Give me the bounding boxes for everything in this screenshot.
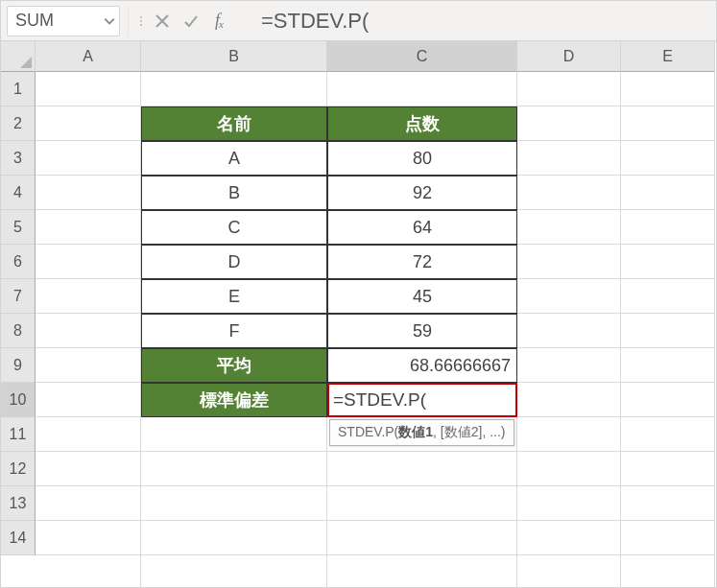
row-header-6[interactable]: 6 xyxy=(1,245,36,279)
confirm-button[interactable] xyxy=(177,6,205,36)
table-row[interactable]: D xyxy=(141,245,327,279)
row-header-1[interactable]: 1 xyxy=(1,72,36,106)
table-row[interactable]: 59 xyxy=(327,314,517,348)
avg-value[interactable]: 68.66666667 xyxy=(327,348,517,383)
select-all-corner[interactable] xyxy=(1,41,36,72)
grip-handle-icon[interactable] xyxy=(140,13,142,29)
table-row[interactable]: 80 xyxy=(327,141,517,176)
col-header-A[interactable]: A xyxy=(36,41,141,72)
table-header-score[interactable]: 点数 xyxy=(327,106,517,141)
spreadsheet: 1234567891011121314 ABCDE 名前点数A80B92C64D… xyxy=(1,41,716,587)
dropdown-icon[interactable] xyxy=(104,15,115,27)
table-row[interactable]: F xyxy=(141,314,327,348)
table-row[interactable]: E xyxy=(141,279,327,314)
row-header-13[interactable]: 13 xyxy=(1,486,36,521)
table-row[interactable]: 72 xyxy=(327,245,517,279)
table-row[interactable]: 64 xyxy=(327,210,517,245)
name-box-text: SUM xyxy=(15,11,104,31)
fx-icon[interactable]: fx xyxy=(205,6,234,36)
table-row[interactable]: 92 xyxy=(327,176,517,210)
col-header-D[interactable]: D xyxy=(517,41,621,72)
row-header-11[interactable]: 11 xyxy=(1,417,36,452)
table-row[interactable]: C xyxy=(141,210,327,245)
avg-label[interactable]: 平均 xyxy=(141,348,327,383)
cancel-button[interactable] xyxy=(148,6,177,36)
row-header-2[interactable]: 2 xyxy=(1,106,36,141)
row-header-3[interactable]: 3 xyxy=(1,141,36,176)
row-header-10[interactable]: 10 xyxy=(1,383,36,417)
cells-area[interactable]: 名前点数A80B92C64D72E45F59平均68.66666667標準偏差=… xyxy=(36,72,715,587)
table-header-name[interactable]: 名前 xyxy=(141,106,327,141)
divider xyxy=(128,6,129,36)
row-header-7[interactable]: 7 xyxy=(1,279,36,314)
gridline xyxy=(714,72,715,587)
row-header-12[interactable]: 12 xyxy=(1,452,36,486)
table-row[interactable]: A xyxy=(141,141,327,176)
col-header-E[interactable]: E xyxy=(621,41,715,72)
function-tooltip: STDEV.P(数値1, [数値2], ...) xyxy=(329,419,514,446)
gridline xyxy=(36,485,715,486)
column-headers: ABCDE xyxy=(36,41,716,72)
gridline xyxy=(36,451,715,452)
row-header-9[interactable]: 9 xyxy=(1,348,36,383)
row-header-4[interactable]: 4 xyxy=(1,176,36,210)
table-row[interactable]: 45 xyxy=(327,279,517,314)
col-header-B[interactable]: B xyxy=(141,41,327,72)
std-label[interactable]: 標準偏差 xyxy=(141,383,327,417)
name-box[interactable]: SUM xyxy=(7,6,120,36)
formula-editing-cell[interactable]: =STDEV.P( xyxy=(327,383,517,417)
gridline xyxy=(620,72,621,587)
formula-bar: SUM fx =STDEV.P( xyxy=(1,1,716,41)
gridline xyxy=(36,520,715,521)
row-header-14[interactable]: 14 xyxy=(1,521,36,555)
col-header-C[interactable]: C xyxy=(327,41,517,72)
row-header-8[interactable]: 8 xyxy=(1,314,36,348)
row-header-5[interactable]: 5 xyxy=(1,210,36,245)
row-headers: 1234567891011121314 xyxy=(1,72,36,555)
formula-input[interactable]: =STDEV.P( xyxy=(234,6,716,36)
table-row[interactable]: B xyxy=(141,176,327,210)
gridline xyxy=(36,554,715,555)
